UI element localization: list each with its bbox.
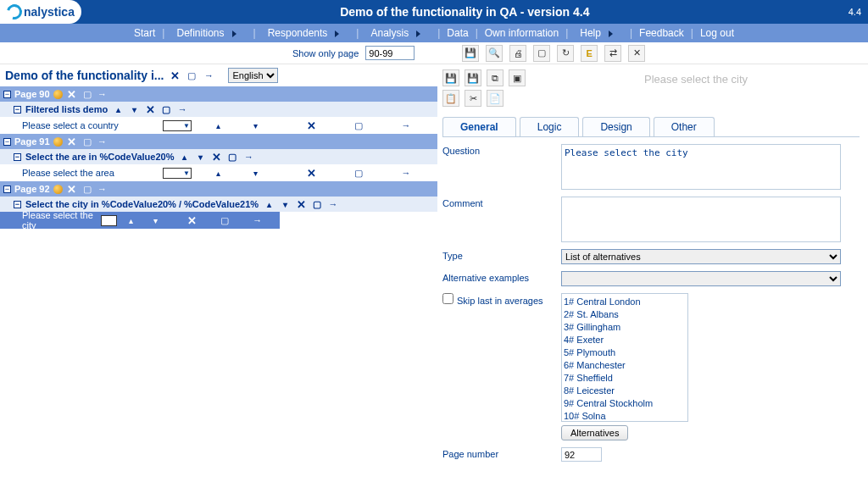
page-icon[interactable]: ▢ xyxy=(220,215,229,226)
menu-feedback[interactable]: Feedback xyxy=(634,27,689,39)
up-icon[interactable] xyxy=(178,152,190,162)
move-icon[interactable] xyxy=(400,120,412,130)
detail-saveall-icon[interactable]: 💾 xyxy=(465,69,481,86)
collapse-icon[interactable] xyxy=(3,186,11,193)
toolbar-binoculars-icon[interactable]: 🔍 xyxy=(486,45,503,62)
delete-icon[interactable]: ✕ xyxy=(187,214,197,227)
list-item[interactable]: 1# Central London xyxy=(564,296,686,308)
toolbar-tools-icon[interactable]: ✕ xyxy=(628,45,645,62)
list-item[interactable]: 8# Leicester xyxy=(564,385,686,397)
page-icon[interactable]: ▢ xyxy=(81,136,93,147)
down-icon[interactable] xyxy=(194,152,206,162)
list-item[interactable]: 7# Sheffield xyxy=(564,372,686,385)
collapse-icon[interactable] xyxy=(14,201,21,208)
page-icon[interactable]: ▢ xyxy=(353,120,364,131)
page-icon[interactable]: ▢ xyxy=(311,199,323,210)
question-row[interactable]: Please select the area✕▢ xyxy=(0,164,437,181)
delete-icon[interactable]: ✕ xyxy=(144,103,156,116)
toolbar-save-icon[interactable]: 💾 xyxy=(462,45,479,62)
page-icon[interactable]: ▢ xyxy=(226,152,238,163)
toolbar-refresh-icon[interactable]: ↻ xyxy=(557,45,574,62)
new-page-icon[interactable]: ▢ xyxy=(186,70,198,81)
collapse-icon[interactable] xyxy=(3,138,11,146)
list-item[interactable]: 3# Gillingham xyxy=(564,321,686,334)
menu-own-information[interactable]: Own information xyxy=(480,27,564,39)
list-item[interactable]: 10# Solna xyxy=(564,410,686,422)
move-icon[interactable] xyxy=(97,136,108,147)
toolbar-page-icon[interactable]: ▢ xyxy=(533,45,550,62)
alternatives-listbox[interactable]: 1# Central London2# St. Albans3# Gilling… xyxy=(561,293,688,422)
type-select[interactable]: List of alternatives xyxy=(561,249,841,264)
detail-image-icon[interactable]: ▣ xyxy=(509,69,526,86)
list-item[interactable]: 2# St. Albans xyxy=(564,308,686,321)
delete-icon[interactable]: ✕ xyxy=(66,183,78,196)
question-row[interactable]: Please select the city✕▢ xyxy=(0,212,280,229)
arrow-right-icon[interactable] xyxy=(203,70,214,80)
page-header[interactable]: Page 91✕▢ xyxy=(0,134,437,149)
menu-respondents[interactable]: Respondents xyxy=(258,27,355,39)
page-header[interactable]: Page 90✕▢ xyxy=(0,86,437,102)
menu-definitions[interactable]: Definitions xyxy=(166,27,251,39)
down-icon[interactable] xyxy=(153,215,159,225)
up-icon[interactable] xyxy=(263,199,275,209)
delete-icon[interactable]: ✕ xyxy=(305,167,317,180)
filter-input[interactable] xyxy=(365,46,415,60)
move-icon[interactable] xyxy=(176,104,188,114)
tab-logic[interactable]: Logic xyxy=(520,117,580,136)
collapse-icon[interactable] xyxy=(3,91,11,98)
language-select[interactable]: English xyxy=(228,68,278,83)
down-icon[interactable] xyxy=(279,199,291,209)
comment-textarea[interactable] xyxy=(561,197,841,242)
detail-cut-icon[interactable]: ✂ xyxy=(465,90,481,107)
delete-icon[interactable]: ✕ xyxy=(305,119,317,132)
page-icon[interactable]: ▢ xyxy=(81,184,93,195)
move-icon[interactable] xyxy=(327,199,339,209)
menu-data[interactable]: Data xyxy=(442,27,473,39)
page-icon[interactable]: ▢ xyxy=(81,89,93,100)
toolbar-e-icon[interactable]: E xyxy=(581,45,598,62)
list-item[interactable]: 6# Manchester xyxy=(564,359,686,372)
list-item[interactable]: 9# Central Stockholm xyxy=(564,397,686,410)
skip-last-checkbox[interactable] xyxy=(442,293,453,304)
group-header[interactable]: Select the are in %CodeValue20%✕▢ xyxy=(0,149,437,164)
page-number-input[interactable] xyxy=(561,447,602,462)
page-icon[interactable]: ▢ xyxy=(160,104,172,115)
delete-icon[interactable]: ✕ xyxy=(66,88,78,101)
menu-logout[interactable]: Log out xyxy=(695,27,739,39)
menu-help[interactable]: Help xyxy=(570,27,628,39)
move-icon[interactable] xyxy=(97,184,108,194)
move-icon[interactable] xyxy=(97,89,108,99)
move-icon[interactable] xyxy=(253,215,262,225)
tab-other[interactable]: Other xyxy=(654,117,715,136)
down-icon[interactable] xyxy=(128,104,140,114)
delete-icon[interactable]: ✕ xyxy=(210,151,222,163)
toolbar-print-icon[interactable]: 🖨 xyxy=(509,45,526,62)
up-icon[interactable] xyxy=(212,120,224,130)
detail-paste-icon[interactable]: 📋 xyxy=(442,90,459,107)
alternatives-button[interactable]: Alternatives xyxy=(561,425,628,440)
detail-copy-icon[interactable]: ⧉ xyxy=(487,69,504,86)
up-icon[interactable] xyxy=(127,215,134,225)
alt-examples-select[interactable] xyxy=(561,271,841,286)
up-icon[interactable] xyxy=(212,168,224,178)
collapse-icon[interactable] xyxy=(14,153,21,161)
page-icon[interactable]: ▢ xyxy=(353,168,364,179)
move-icon[interactable] xyxy=(242,152,254,162)
up-icon[interactable] xyxy=(112,104,124,114)
question-dropdown[interactable] xyxy=(163,120,192,131)
detail-clipboard-icon[interactable]: 📄 xyxy=(487,90,504,107)
question-dropdown[interactable] xyxy=(101,215,118,226)
list-item[interactable]: 5# Plymouth xyxy=(564,346,686,359)
tab-general[interactable]: General xyxy=(442,117,516,136)
close-icon[interactable]: ✕ xyxy=(169,69,181,82)
delete-icon[interactable]: ✕ xyxy=(295,198,307,211)
menu-analysis[interactable]: Analysis xyxy=(360,27,436,39)
menu-start[interactable]: Start xyxy=(129,27,160,39)
page-header[interactable]: Page 92✕▢ xyxy=(0,181,437,197)
move-icon[interactable] xyxy=(400,168,412,178)
collapse-icon[interactable] xyxy=(14,106,21,114)
tab-design[interactable]: Design xyxy=(582,117,649,136)
list-item[interactable]: 4# Exeter xyxy=(564,334,686,346)
question-dropdown[interactable] xyxy=(163,168,192,179)
detail-save-icon[interactable]: 💾 xyxy=(442,69,459,86)
